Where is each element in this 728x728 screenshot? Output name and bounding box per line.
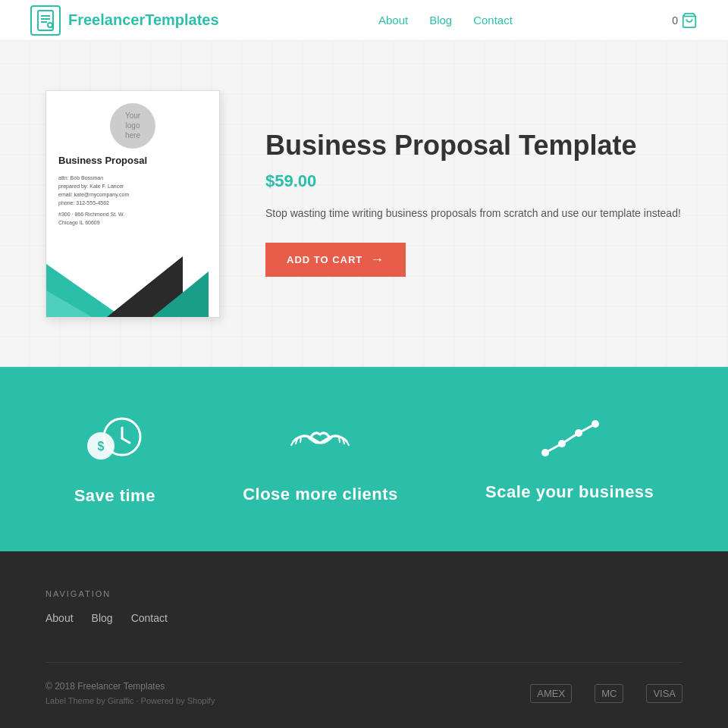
feature-scale-business: Scale your business bbox=[485, 416, 654, 502]
site-header: FreelancerTemplates About Blog Contact 0 bbox=[0, 0, 728, 41]
product-description: Stop wasting time writing business propo… bbox=[265, 205, 682, 221]
nav-blog[interactable]: Blog bbox=[429, 14, 452, 27]
svg-text:$: $ bbox=[98, 440, 105, 453]
footer-link-about[interactable]: About bbox=[46, 612, 74, 624]
svg-line-20 bbox=[545, 444, 562, 453]
theme-credit: Label Theme by Giraffic · Powered by Sho… bbox=[46, 696, 215, 705]
footer-copy-block: © 2018 Freelancer Templates Label Theme … bbox=[46, 681, 215, 705]
svg-line-22 bbox=[579, 424, 595, 433]
save-time-icon: $ bbox=[84, 413, 145, 472]
scale-business-label: Scale your business bbox=[485, 482, 654, 502]
scale-business-icon bbox=[539, 416, 600, 469]
mockup-title: Business Proposal bbox=[58, 155, 207, 166]
cart-button[interactable]: 0 bbox=[672, 12, 698, 29]
footer-links: About Blog Contact bbox=[46, 612, 682, 624]
site-footer: NAVIGATION About Blog Contact © 2018 Fre… bbox=[0, 551, 728, 728]
footer-link-blog[interactable]: Blog bbox=[92, 612, 113, 624]
nav-about[interactable]: About bbox=[378, 14, 408, 27]
amex-icon: AMEX bbox=[530, 684, 572, 703]
svg-line-13 bbox=[122, 438, 130, 443]
mockup-details: attn: Bob Bossman prepared by: Kate F. L… bbox=[58, 174, 207, 228]
product-info: Business Proposal Template $59.00 Stop w… bbox=[265, 130, 682, 277]
cart-count: 0 bbox=[672, 14, 678, 27]
nav-contact[interactable]: Contact bbox=[473, 14, 513, 27]
mockup-logo: Your logo here bbox=[110, 103, 155, 149]
cart-icon bbox=[681, 12, 698, 29]
payment-icons: AMEX MC VISA bbox=[530, 684, 682, 703]
close-clients-label: Close more clients bbox=[243, 485, 398, 504]
footer-link-contact[interactable]: Contact bbox=[131, 612, 168, 624]
logo-icon bbox=[30, 5, 61, 36]
product-title: Business Proposal Template bbox=[265, 130, 682, 161]
footer-nav-label: NAVIGATION bbox=[46, 589, 682, 598]
close-clients-icon bbox=[290, 415, 350, 471]
site-logo[interactable]: FreelancerTemplates bbox=[30, 5, 219, 36]
visa-icon: VISA bbox=[646, 684, 682, 703]
mastercard-icon: MC bbox=[595, 684, 623, 703]
add-to-cart-label: ADD TO CART bbox=[287, 254, 362, 265]
copyright-text: © 2018 Freelancer Templates bbox=[46, 681, 215, 692]
svg-line-21 bbox=[562, 433, 579, 444]
arrow-icon: → bbox=[370, 252, 384, 268]
feature-close-clients: Close more clients bbox=[243, 415, 398, 504]
product-price: $59.00 bbox=[265, 171, 682, 191]
hero-section: Your logo here Business Proposal attn: B… bbox=[0, 41, 728, 367]
features-section: $ Save time Close more clients bbox=[0, 367, 728, 551]
feature-save-time: $ Save time bbox=[74, 413, 155, 506]
logo-text: FreelancerTemplates bbox=[68, 11, 219, 29]
mockup-shapes bbox=[46, 249, 219, 317]
save-time-label: Save time bbox=[74, 486, 155, 506]
product-mockup: Your logo here Business Proposal attn: B… bbox=[46, 90, 220, 318]
footer-bottom: © 2018 Freelancer Templates Label Theme … bbox=[46, 662, 682, 705]
add-to-cart-button[interactable]: ADD TO CART → bbox=[265, 243, 406, 277]
main-nav: About Blog Contact bbox=[378, 14, 513, 27]
svg-line-5 bbox=[52, 27, 53, 28]
